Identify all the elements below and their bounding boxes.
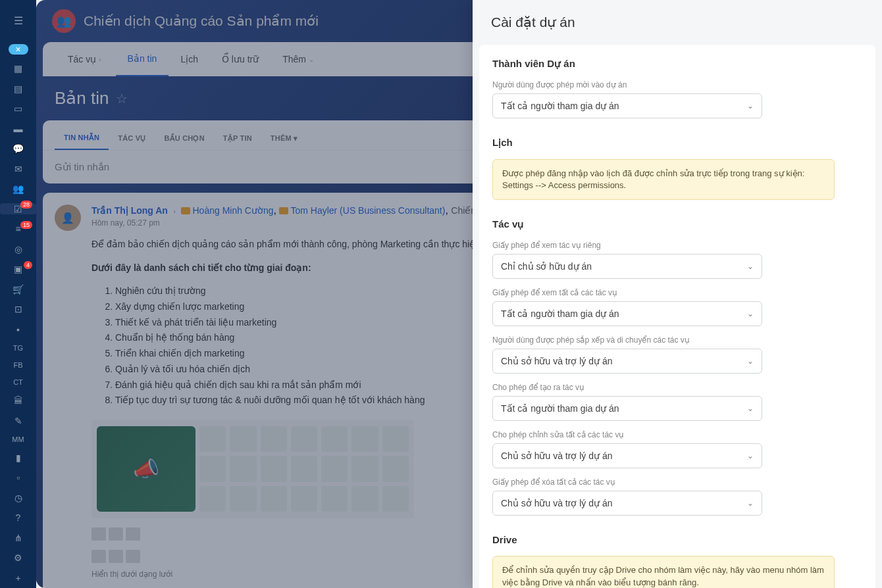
nav-ct[interactable]: CT [13, 378, 23, 386]
nav-cart-icon[interactable]: 🛒 [0, 283, 36, 294]
chevron-down-icon: ⌄ [309, 56, 314, 63]
nav-pen-icon[interactable]: ✎ [0, 415, 36, 426]
field-create-label: Cho phép để tạo ra tác vụ [492, 383, 862, 392]
select-delete[interactable]: Chủ sở hữu và trợ lý dự án⌄ [492, 491, 762, 516]
field-invite-label: Người dùng được phép mời vào dự án [492, 80, 862, 89]
tab-more[interactable]: Thêm ⌄ [271, 42, 328, 76]
nav-filter-icon[interactable]: ≡15 [0, 224, 36, 234]
nav-tasks-icon[interactable]: ☑28 [0, 203, 36, 214]
chevron-right-icon: › [173, 207, 176, 215]
cards-badge: 4 [24, 261, 32, 269]
nav-docs-icon[interactable]: ▭ [0, 103, 36, 114]
nav-clip-icon[interactable]: ▫ [0, 472, 36, 483]
chevron-down-icon: ⌄ [747, 309, 754, 318]
post-list-title: Dưới đây là danh sách chi tiết cho từng … [91, 262, 311, 273]
sidebar-close-pill[interactable]: × [9, 44, 28, 55]
select-edit[interactable]: Chủ sở hữu và trợ lý dự án⌄ [492, 443, 762, 468]
select-view-own[interactable]: Chỉ chủ sở hữu dự án⌄ [492, 254, 762, 279]
subtab-task[interactable]: TÁC VỤ [109, 128, 155, 149]
tasks-badge: 28 [20, 201, 32, 208]
select-move[interactable]: Chủ sở hữu và trợ lý dự án⌄ [492, 349, 762, 374]
nav-sitemap-icon[interactable]: ⋔ [0, 533, 36, 543]
tab-tasks[interactable]: Tác vụ› [56, 42, 116, 76]
subtab-message[interactable]: TIN NHẮN [55, 127, 109, 150]
nav-drive-icon[interactable]: ▬ [0, 123, 36, 134]
mail-icon [181, 207, 190, 214]
tab-feed[interactable]: Bản tin [116, 42, 169, 76]
chevron-down-icon: ⌄ [747, 101, 754, 110]
filter-badge: 15 [20, 221, 32, 229]
settings-panel: Cài đặt dự án Thành viên Dự án Người dùn… [473, 0, 882, 588]
nav-add-icon[interactable]: + [0, 573, 36, 583]
drive-notice: Để chỉnh sửa quyền truy cập Drive cho nh… [492, 556, 835, 588]
recipient-2[interactable]: Tom Hayler (US Business Consultant) [290, 205, 445, 216]
left-sidebar: ☰ × ▦ ▤ ▭ ▬ 💬 ✉ 👥 ☑28 ≡15 ◎ ▣4 🛒 ⊡ ▪ TG … [0, 0, 36, 588]
nav-help-icon[interactable]: ? [0, 512, 36, 523]
calendar-notice: Được phép đăng nhập vào lịch đã được chỉ… [492, 159, 835, 200]
field-edit-label: Cho phép chỉnh sửa tất cả các tác vụ [492, 430, 862, 439]
hamburger-icon[interactable]: ☰ [14, 14, 23, 27]
chevron-down-icon: ⌄ [747, 451, 754, 460]
field-view-all-label: Giấy phép để xem tất cả các tác vụ [492, 288, 862, 297]
nav-tg[interactable]: TG [13, 344, 23, 352]
nav-target-icon[interactable]: ◎ [0, 243, 36, 254]
nav-cards-icon[interactable]: ▣4 [0, 264, 36, 274]
chevron-down-icon: ⌄ [747, 262, 754, 271]
section-calendar-title: Lịch [492, 137, 862, 149]
nav-calendar-icon[interactable]: ▤ [0, 83, 36, 93]
subtab-more[interactable]: THÊM ▾ [261, 128, 307, 149]
chevron-right-icon: › [99, 56, 101, 63]
star-icon[interactable]: ☆ [116, 91, 128, 107]
nav-mail-icon[interactable]: ✉ [0, 163, 36, 174]
select-view-all[interactable]: Tất cả người tham gia dự án⌄ [492, 301, 762, 326]
post-illustration[interactable]: 📣 [91, 420, 414, 518]
section-members-title: Thành viên Dự án [492, 58, 862, 70]
chevron-down-icon: ⌄ [747, 356, 754, 366]
page-title: Bản tin [55, 88, 109, 109]
section-drive-title: Drive [492, 534, 862, 545]
nav-chat-icon[interactable]: 💬 [0, 143, 36, 154]
subtab-file[interactable]: TẬP TIN [214, 128, 261, 149]
nav-people-icon[interactable]: 👥 [0, 184, 36, 194]
subtab-poll[interactable]: BẦU CHỌN [155, 128, 213, 149]
nav-robot-icon[interactable]: ⊡ [0, 304, 36, 314]
field-view-own-label: Giấy phép để xem tác vụ riêng [492, 241, 862, 250]
recipient-1[interactable]: Hoàng Minh Cường [192, 205, 273, 216]
nav-fb[interactable]: FB [13, 361, 22, 369]
tab-calendar[interactable]: Lịch [169, 42, 210, 76]
post-author[interactable]: Trần Thị Long An [91, 205, 168, 216]
nav-bank-icon[interactable]: 🏛 [0, 395, 36, 406]
project-title: Chiến dịch Quảng cáo Sản phẩm mới [84, 13, 319, 29]
nav-gear-icon[interactable]: ⚙ [0, 552, 36, 563]
project-avatar-icon: 👥 [52, 9, 76, 33]
field-move-label: Người dùng được phép sắp xếp và di chuyể… [492, 335, 862, 345]
mail-icon [279, 207, 288, 214]
post-avatar[interactable]: 👤 [55, 205, 81, 231]
nav-clock-icon[interactable]: ◷ [0, 493, 36, 503]
chevron-down-icon: ⌄ [747, 404, 754, 413]
tab-drive[interactable]: Ổ lưu trữ [210, 42, 271, 76]
nav-mm[interactable]: MM [12, 435, 24, 443]
select-create[interactable]: Tất cả người tham gia dự án⌄ [492, 396, 762, 421]
select-invite-permission[interactable]: Tất cả người tham gia dự án ⌄ [492, 93, 762, 118]
nav-chart-icon[interactable]: ▮ [0, 453, 36, 463]
chevron-down-icon: ⌄ [747, 499, 754, 508]
field-delete-label: Giấy phép để xóa tất cả các tác vụ [492, 478, 862, 487]
section-tasks-title: Tác vụ [492, 218, 862, 230]
nav-book-icon[interactable]: ▪ [0, 324, 36, 334]
nav-apps-icon[interactable]: ▦ [0, 63, 36, 74]
settings-title: Cài đặt dự án [473, 0, 882, 45]
